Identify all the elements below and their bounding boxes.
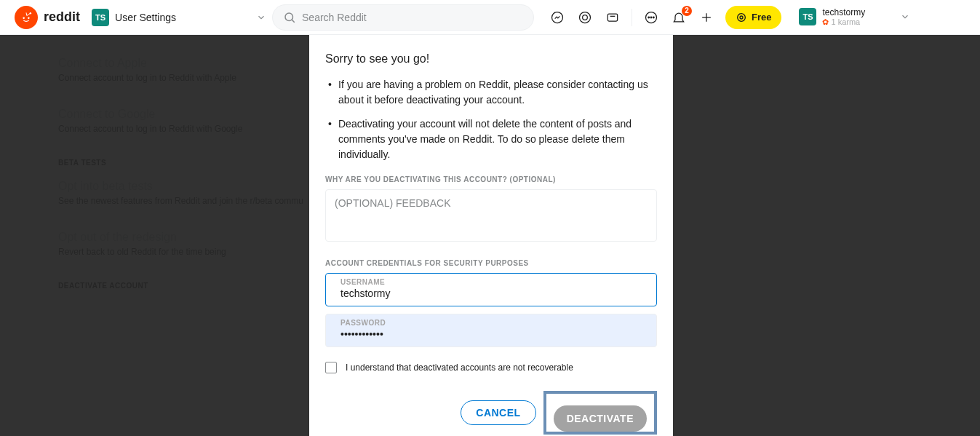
user-menu[interactable]: TS techstormy ✿ 1 karma xyxy=(799,7,910,28)
coin-small-icon xyxy=(736,12,747,23)
modal-bullet: If you are having a problem on Reddit, p… xyxy=(325,77,657,108)
content-area: Connect to Apple Connect account to log … xyxy=(0,35,980,436)
popular-icon[interactable] xyxy=(549,9,566,26)
shield-icon[interactable] xyxy=(604,9,621,26)
svg-rect-8 xyxy=(607,14,617,21)
deactivate-highlight: DEACTIVATE xyxy=(543,391,657,435)
password-input[interactable] xyxy=(340,327,627,340)
notifications-icon[interactable]: 2 xyxy=(670,9,688,26)
community-dropdown[interactable]: TS User Settings xyxy=(92,9,266,26)
username-label: techstormy xyxy=(822,7,865,17)
user-avatar-small: TS xyxy=(92,9,109,26)
search-icon xyxy=(283,11,296,24)
svg-point-0 xyxy=(23,17,25,19)
svg-point-6 xyxy=(580,12,591,23)
svg-point-12 xyxy=(653,17,655,18)
chevron-down-icon xyxy=(256,12,266,23)
svg-point-15 xyxy=(738,13,746,21)
chat-icon[interactable] xyxy=(642,9,660,26)
divider xyxy=(632,9,632,26)
deactivate-modal: Sorry to see you go! If you are having a… xyxy=(309,35,673,436)
username-float-label: USERNAME xyxy=(340,278,642,286)
confirm-checkbox-label: I understand that deactivated accounts a… xyxy=(346,362,573,373)
create-post-icon[interactable] xyxy=(698,9,715,26)
confirm-checkbox-row[interactable]: I understand that deactivated accounts a… xyxy=(325,362,657,373)
reddit-logo[interactable]: reddit xyxy=(15,6,80,29)
notification-badge: 2 xyxy=(682,6,692,16)
top-header: reddit TS User Settings 2 xyxy=(0,0,980,35)
deactivate-button[interactable]: DEACTIVATE xyxy=(554,405,647,432)
svg-point-11 xyxy=(650,17,652,18)
karma-icon: ✿ xyxy=(822,17,829,27)
feedback-input[interactable] xyxy=(325,189,657,242)
cancel-button[interactable]: CANCEL xyxy=(461,400,535,425)
header-actions: 2 Free TS techstormy ✿ 1 karma xyxy=(549,6,910,29)
search-bar[interactable] xyxy=(272,4,534,31)
svg-point-16 xyxy=(740,16,743,19)
svg-point-1 xyxy=(28,17,30,19)
svg-line-4 xyxy=(292,20,294,22)
password-float-label: PASSWORD xyxy=(340,319,627,327)
confirm-checkbox[interactable] xyxy=(325,362,337,373)
credentials-label: ACCOUNT CREDENTIALS FOR SECURITY PURPOSE… xyxy=(325,259,657,267)
reddit-icon xyxy=(15,6,38,29)
password-field-wrap[interactable]: PASSWORD xyxy=(325,314,657,347)
user-meta: techstormy ✿ 1 karma xyxy=(822,7,865,28)
modal-title: Sorry to see you go! xyxy=(325,52,657,66)
why-label: WHY ARE YOU DEACTIVATING THIS ACCOUNT? (… xyxy=(325,175,657,183)
username-field-wrap[interactable]: USERNAME xyxy=(325,273,657,306)
user-avatar: TS xyxy=(799,8,816,25)
reddit-wordmark: reddit xyxy=(44,9,80,25)
free-label: Free xyxy=(752,12,771,23)
community-label: User Settings xyxy=(115,12,250,23)
coin-icon[interactable] xyxy=(576,9,594,26)
modal-bullet: Deactivating your account will not delet… xyxy=(325,116,657,162)
chevron-down-icon xyxy=(900,12,910,22)
modal-actions: CANCEL DEACTIVATE xyxy=(325,391,657,435)
username-input[interactable] xyxy=(340,286,642,299)
svg-point-7 xyxy=(583,15,588,20)
svg-point-10 xyxy=(648,17,650,18)
karma-label: ✿ 1 karma xyxy=(822,17,865,27)
search-input[interactable] xyxy=(302,12,523,23)
svg-point-3 xyxy=(285,13,293,21)
free-button[interactable]: Free xyxy=(725,6,781,29)
